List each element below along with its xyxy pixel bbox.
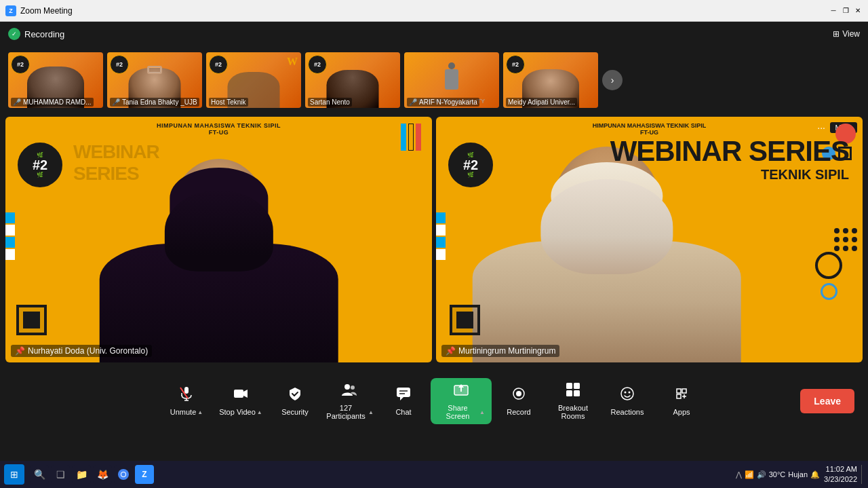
- svg-rect-11: [397, 388, 410, 397]
- chat-label: Chat: [395, 408, 411, 416]
- video-panel-right: HIMPUNAN MAHASISWA TEKNIK SIPILFT-UG 🌿 #…: [436, 117, 863, 362]
- participant-name-arif: 🎤 ARIF N-Yogyakarta: [407, 98, 479, 107]
- reactions-label: Reactions: [611, 408, 644, 416]
- participant-name-tania: 🎤 Tania Edna Bhakty _UJB: [110, 98, 199, 107]
- mic-active-icon-3: 🎤: [409, 98, 417, 106]
- svg-rect-22: [566, 390, 572, 396]
- show-desktop-button[interactable]: [861, 465, 864, 484]
- unmute-caret[interactable]: ▲: [197, 409, 203, 415]
- svg-point-24: [621, 388, 633, 400]
- svg-rect-5: [234, 390, 243, 398]
- start-button[interactable]: ⊞: [4, 464, 24, 485]
- tray-expand-icon[interactable]: ⋀: [736, 470, 742, 479]
- record-label: Record: [507, 408, 530, 416]
- title-bar: Z Zoom Meeting ─ ❐ ✕: [0, 0, 868, 22]
- breakout-rooms-icon: [566, 382, 580, 401]
- taskbar-search-icon[interactable]: 🔍: [30, 465, 49, 484]
- svg-rect-0: [184, 387, 189, 394]
- participant-name-meidy: Meidy Adipati Univer...: [506, 98, 577, 107]
- close-button[interactable]: ✕: [853, 6, 863, 16]
- participants-icon: [342, 382, 357, 401]
- weather-label: Hujan: [788, 470, 808, 478]
- taskbar-apps: 🔍 ❑ 📁 🦊 Z: [30, 465, 154, 484]
- participant-thumb-meidy[interactable]: #2 Meidy Adipati Univer...: [503, 52, 598, 108]
- video-label-right: 📌 Murtiningrum Murtiningrum: [441, 345, 559, 357]
- clock-date: 3/23/2022: [824, 474, 857, 485]
- record-button[interactable]: Record: [492, 382, 546, 420]
- taskbar: ⊞ 🔍 ❑ 📁 🦊 Z ⋀ 📶 🔊 30°C Hujan 🔔: [0, 461, 868, 488]
- notification-icon[interactable]: 🔔: [810, 470, 820, 479]
- share-screen-label: Share Screen: [437, 404, 478, 420]
- window-title: Zoom Meeting: [20, 6, 73, 16]
- participant-name-ramd: 🎤 MUHAMMAD RAMD...: [11, 98, 94, 107]
- volume-icon[interactable]: 🔊: [757, 470, 766, 479]
- participant-thumb-sartan[interactable]: #2 Sartan Nento: [305, 52, 400, 108]
- video-panel-left: HIMPUNAN MAHASISWA TEKNIK SIPILFT-UG 🌿 #…: [5, 117, 432, 362]
- stop-video-label: Stop Video: [219, 408, 256, 416]
- participants-button[interactable]: 127 Participants ▲: [322, 378, 376, 424]
- security-label: Security: [281, 408, 309, 416]
- participant-thumb-tania[interactable]: #2 🎤 Tania Edna Bhakty _UJB: [107, 52, 202, 108]
- leave-button[interactable]: Leave: [800, 389, 854, 413]
- view-label: View: [842, 29, 860, 39]
- svg-point-26: [629, 392, 631, 394]
- strip-next-button[interactable]: ›: [602, 70, 623, 90]
- share-screen-button[interactable]: Share Screen ▲: [431, 378, 492, 424]
- chat-icon: [396, 386, 411, 405]
- window-controls[interactable]: ─ ❐ ✕: [829, 6, 863, 16]
- pin-icon-right: 📌: [446, 346, 456, 356]
- svg-marker-12: [400, 397, 403, 400]
- video-label-left: 📌 Nurhayati Doda (Univ. Gorontalo): [11, 345, 152, 357]
- taskbar-left: ⊞ 🔍 ❑ 📁 🦊 Z: [4, 464, 154, 485]
- participant-thumb-host[interactable]: #2 W Host Teknik: [206, 52, 301, 108]
- taskbar-file-explorer-icon[interactable]: 📁: [72, 465, 91, 484]
- share-screen-icon: [454, 382, 469, 401]
- record-icon: [511, 386, 526, 405]
- svg-rect-21: [574, 383, 580, 389]
- maximize-button[interactable]: ❐: [841, 6, 850, 16]
- svg-point-19: [516, 391, 521, 396]
- unmute-button[interactable]: Unmute ▲: [159, 382, 214, 420]
- apps-label: Apps: [673, 408, 690, 416]
- taskbar-taskview-icon[interactable]: ❑: [51, 465, 70, 484]
- taskbar-zoom-icon[interactable]: Z: [135, 465, 154, 484]
- svg-point-29: [121, 472, 125, 476]
- mic-active-icon-2: 🎤: [112, 98, 120, 106]
- participant-name-sartan: Sartan Nento: [308, 98, 352, 107]
- main-video-area: HIMPUNAN MAHASISWA TEKNIK SIPILFT-UG 🌿 #…: [0, 114, 868, 365]
- security-icon: [288, 386, 302, 405]
- participant-strip: #2 🎤 MUHAMMAD RAMD... #2 🎤 Tania Edna Bh…: [0, 46, 868, 114]
- breakout-rooms-button[interactable]: Breakout Rooms: [546, 378, 600, 424]
- clock-time: 11:02 AM: [824, 464, 857, 474]
- view-icon: ⊞: [833, 29, 840, 39]
- svg-point-10: [351, 386, 355, 390]
- security-button[interactable]: Security: [268, 382, 322, 420]
- participants-count: 127 Participants: [325, 404, 367, 420]
- svg-point-9: [344, 384, 350, 390]
- unmute-label: Unmute: [170, 408, 197, 416]
- system-clock: 11:02 AM 3/23/2022: [824, 464, 857, 485]
- participant-thumb-arif[interactable]: EOS WEBCAM UTILITY 🎤 ARIF N-Yogyakarta: [404, 52, 499, 108]
- system-tray: ⋀ 📶 🔊 30°C Hujan 🔔: [736, 470, 820, 479]
- apps-button[interactable]: Apps: [654, 382, 709, 420]
- apps-icon: [674, 386, 689, 405]
- participant-thumb-ramd[interactable]: #2 🎤 MUHAMMAD RAMD...: [8, 52, 103, 108]
- svg-marker-6: [243, 390, 248, 398]
- zoom-header: ✓ Recording ⊞ View: [0, 22, 868, 46]
- mic-slash-icon: [179, 386, 194, 405]
- share-screen-caret[interactable]: ▲: [479, 409, 485, 415]
- temperature-label: 30°C: [769, 470, 786, 478]
- camera-icon: [233, 386, 248, 405]
- minimize-button[interactable]: ─: [829, 6, 838, 16]
- view-button[interactable]: ⊞ View: [833, 29, 860, 39]
- chat-button[interactable]: Chat: [376, 382, 431, 420]
- reactions-button[interactable]: Reactions: [600, 382, 654, 420]
- taskbar-firefox-icon[interactable]: 🦊: [93, 465, 112, 484]
- taskbar-right: ⋀ 📶 🔊 30°C Hujan 🔔 11:02 AM 3/23/2022: [736, 464, 864, 485]
- recording-dot: ✓: [8, 28, 20, 40]
- pin-icon-left: 📌: [15, 346, 25, 356]
- stop-video-button[interactable]: Stop Video ▲: [214, 382, 268, 420]
- stop-video-caret[interactable]: ▲: [257, 409, 262, 415]
- taskbar-chrome-icon[interactable]: [114, 465, 133, 484]
- participants-caret[interactable]: ▲: [368, 409, 374, 415]
